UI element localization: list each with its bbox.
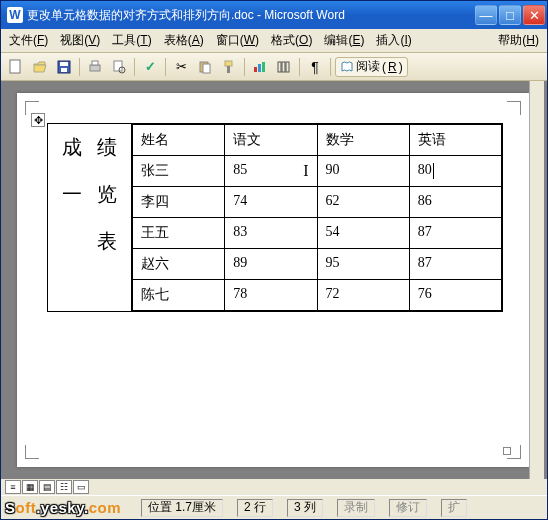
content-table: 成 一 绩 览 表 姓名 语文 数学 英语 xyxy=(47,123,503,312)
table-row: 赵六 89 95 87 xyxy=(133,249,502,280)
view-switch-bar: ≡ ▦ ▤ ☷ ▭ xyxy=(1,479,547,495)
menu-table[interactable]: 表格(A) xyxy=(160,30,208,51)
cell-math[interactable]: 54 xyxy=(317,218,409,249)
cell-math[interactable]: 90 xyxy=(317,156,409,187)
text-cursor-icon: I xyxy=(303,162,308,180)
svg-rect-3 xyxy=(61,68,67,72)
svg-rect-13 xyxy=(258,64,261,72)
svg-rect-10 xyxy=(225,61,232,66)
menu-tools[interactable]: 工具(T) xyxy=(108,30,155,51)
reading-layout-button[interactable]: ▭ xyxy=(73,480,89,494)
svg-rect-12 xyxy=(254,67,257,72)
menu-edit[interactable]: 编辑(E) xyxy=(320,30,368,51)
toolbar-separator xyxy=(299,58,300,76)
reading-view-label: 阅读 xyxy=(356,58,380,75)
app-window: W 更改单元格数据的对齐方式和排列方向.doc - Microsoft Word… xyxy=(0,0,548,520)
cell-name[interactable]: 陈七 xyxy=(133,280,225,311)
table-move-handle[interactable]: ✥ xyxy=(31,113,45,127)
print-preview-button[interactable] xyxy=(108,56,130,78)
menu-help[interactable]: 帮助(H) xyxy=(494,30,543,51)
status-column: 3 列 xyxy=(287,499,323,517)
minimize-button[interactable]: — xyxy=(475,5,497,25)
web-view-button[interactable]: ▦ xyxy=(22,480,38,494)
title-char: 表 xyxy=(97,228,117,255)
svg-rect-16 xyxy=(282,62,285,72)
col-header-math[interactable]: 数学 xyxy=(317,125,409,156)
reading-view-button[interactable]: 阅读(R) xyxy=(335,57,408,77)
menu-view[interactable]: 视图(V) xyxy=(56,30,104,51)
paste-button[interactable] xyxy=(194,56,216,78)
title-char: 览 xyxy=(97,181,117,208)
status-revise: 修订 xyxy=(389,499,427,517)
columns-button[interactable] xyxy=(273,56,295,78)
cell-english[interactable]: 80 xyxy=(409,156,501,187)
cell-english[interactable]: 76 xyxy=(409,280,501,311)
cell-math[interactable]: 95 xyxy=(317,249,409,280)
print-layout-button[interactable]: ▤ xyxy=(39,480,55,494)
table-header-row: 姓名 语文 数学 英语 xyxy=(133,125,502,156)
cell-name[interactable]: 赵六 xyxy=(133,249,225,280)
spellcheck-button[interactable]: ✓ xyxy=(139,56,161,78)
cut-button[interactable]: ✂ xyxy=(170,56,192,78)
cell-chinese[interactable]: 83 xyxy=(225,218,317,249)
toolbar-separator xyxy=(165,58,166,76)
svg-rect-4 xyxy=(90,65,100,71)
col-header-name[interactable]: 姓名 xyxy=(133,125,225,156)
maximize-button[interactable]: □ xyxy=(499,5,521,25)
outline-view-button[interactable]: ☷ xyxy=(56,480,72,494)
save-button[interactable] xyxy=(53,56,75,78)
svg-rect-5 xyxy=(92,61,98,65)
book-icon xyxy=(340,60,354,74)
format-painter-button[interactable] xyxy=(218,56,240,78)
menubar: 文件(F) 视图(V) 工具(T) 表格(A) 窗口(W) 格式(O) 编辑(E… xyxy=(1,29,547,53)
normal-view-button[interactable]: ≡ xyxy=(5,480,21,494)
svg-rect-11 xyxy=(227,66,230,73)
title-char: 成 xyxy=(62,134,82,161)
close-button[interactable]: ✕ xyxy=(523,5,545,25)
menu-file[interactable]: 文件(F) xyxy=(5,30,52,51)
svg-rect-17 xyxy=(286,62,289,72)
status-extend: 扩 xyxy=(441,499,467,517)
toolbar: ✓ ✂ ¶ 阅读(R) xyxy=(1,53,547,81)
app-icon: W xyxy=(7,7,23,23)
data-table: 姓名 语文 数学 英语 张三 85I 90 80 李四 74 62 xyxy=(132,124,502,311)
toolbar-separator xyxy=(79,58,80,76)
chart-button[interactable] xyxy=(249,56,271,78)
svg-rect-15 xyxy=(278,62,281,72)
table-row: 王五 83 54 87 xyxy=(133,218,502,249)
cell-chinese[interactable]: 89 xyxy=(225,249,317,280)
toolbar-separator xyxy=(134,58,135,76)
page[interactable]: ✥ 成 一 绩 览 表 姓名 语文 xyxy=(17,93,529,467)
cell-english[interactable]: 87 xyxy=(409,249,501,280)
watermark: Soft.yesky.com xyxy=(5,499,121,516)
cell-chinese[interactable]: 78 xyxy=(225,280,317,311)
col-header-chinese[interactable]: 语文 xyxy=(225,125,317,156)
show-marks-button[interactable]: ¶ xyxy=(304,56,326,78)
open-button[interactable] xyxy=(29,56,51,78)
cell-chinese[interactable]: 74 xyxy=(225,187,317,218)
cell-english[interactable]: 87 xyxy=(409,218,501,249)
cell-english[interactable]: 86 xyxy=(409,187,501,218)
svg-rect-0 xyxy=(10,60,20,73)
cell-name[interactable]: 李四 xyxy=(133,187,225,218)
cell-name[interactable]: 张三 xyxy=(133,156,225,187)
col-header-english[interactable]: 英语 xyxy=(409,125,501,156)
window-title: 更改单元格数据的对齐方式和排列方向.doc - Microsoft Word xyxy=(27,7,475,24)
table-resize-handle[interactable] xyxy=(503,447,511,455)
statusbar: Soft.yesky.com 位置 1.7厘米 2 行 3 列 录制 修订 扩 xyxy=(1,495,547,519)
print-button[interactable] xyxy=(84,56,106,78)
status-position: 位置 1.7厘米 xyxy=(141,499,223,517)
svg-rect-2 xyxy=(60,62,68,66)
new-doc-button[interactable] xyxy=(5,56,27,78)
menu-window[interactable]: 窗口(W) xyxy=(212,30,263,51)
status-line: 2 行 xyxy=(237,499,273,517)
caret-icon xyxy=(433,163,434,179)
cell-name[interactable]: 王五 xyxy=(133,218,225,249)
menu-format[interactable]: 格式(O) xyxy=(267,30,316,51)
cell-math[interactable]: 72 xyxy=(317,280,409,311)
menu-insert[interactable]: 插入(I) xyxy=(372,30,415,51)
cell-chinese[interactable]: 85I xyxy=(225,156,317,187)
table-title-cell[interactable]: 成 一 绩 览 表 xyxy=(48,124,132,311)
cell-math[interactable]: 62 xyxy=(317,187,409,218)
table-row: 陈七 78 72 76 xyxy=(133,280,502,311)
